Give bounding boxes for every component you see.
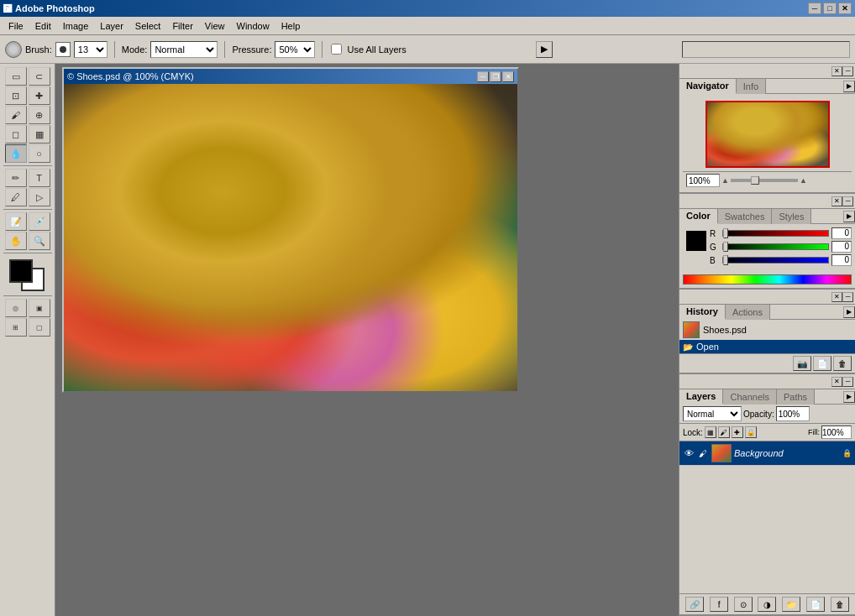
navigator-slider[interactable] xyxy=(731,179,798,182)
color-picker-swatch[interactable] xyxy=(686,231,706,251)
layers-new-btn[interactable]: 📄 xyxy=(806,597,825,612)
b-value[interactable]: 0 xyxy=(831,254,852,266)
tool-gradient[interactable]: ▦ xyxy=(29,125,50,144)
maximize-button[interactable]: □ xyxy=(823,3,837,14)
tool-screen-normal[interactable]: ⊞ xyxy=(5,318,27,337)
navigator-slider-thumb[interactable] xyxy=(751,176,759,185)
color-swatch-area[interactable] xyxy=(9,259,46,293)
tool-heal[interactable]: ✚ xyxy=(29,86,50,105)
tool-hand[interactable]: ✋ xyxy=(5,232,27,250)
r-slider[interactable] xyxy=(722,230,829,237)
tab-actions[interactable]: Actions xyxy=(726,305,770,320)
tab-navigator[interactable]: Navigator xyxy=(679,79,737,94)
navigator-panel-arrow[interactable]: ▶ xyxy=(843,81,855,92)
options-button[interactable]: ▶ xyxy=(536,41,553,58)
color-panel-arrow[interactable]: ▶ xyxy=(843,211,855,222)
menu-filter[interactable]: Filter xyxy=(167,19,197,33)
history-panel-close[interactable]: ✕ xyxy=(831,292,842,302)
color-panel-close[interactable]: ✕ xyxy=(831,196,842,206)
tool-dodge[interactable]: ○ xyxy=(29,144,50,163)
doc-minimize-button[interactable]: ─ xyxy=(477,71,489,82)
layers-mode-select[interactable]: Normal Multiply Screen xyxy=(683,406,742,421)
color-spectrum[interactable] xyxy=(683,274,852,285)
color-panel-minimize[interactable]: ─ xyxy=(842,196,853,206)
history-delete-btn[interactable]: 🗑 xyxy=(833,356,852,371)
tool-marquee[interactable]: ▭ xyxy=(5,67,27,86)
mode-select[interactable]: Normal Multiply Screen xyxy=(150,41,218,58)
doc-restore-button[interactable]: ❐ xyxy=(490,71,501,82)
tool-text[interactable]: T xyxy=(29,169,50,187)
menu-help[interactable]: Help xyxy=(276,19,306,33)
history-snapshot-btn[interactable]: 📷 xyxy=(793,356,811,371)
tab-channels[interactable]: Channels xyxy=(723,389,776,405)
titlebar-controls[interactable]: ─ □ ✕ xyxy=(808,3,852,14)
b-slider-thumb[interactable] xyxy=(723,255,728,265)
close-button[interactable]: ✕ xyxy=(838,3,852,14)
layers-group-btn[interactable]: 📁 xyxy=(782,597,800,612)
tool-screen-full[interactable]: ▢ xyxy=(29,318,50,337)
history-panel-arrow[interactable]: ▶ xyxy=(843,306,855,318)
menu-view[interactable]: View xyxy=(200,19,230,33)
tool-crop[interactable]: ⊡ xyxy=(5,86,27,105)
tool-brush[interactable]: 🖌 xyxy=(5,106,27,124)
tool-zoom[interactable]: 🔍 xyxy=(29,232,50,250)
layers-opacity-input[interactable] xyxy=(776,406,810,421)
menu-window[interactable]: Window xyxy=(232,19,275,33)
g-value[interactable]: 0 xyxy=(831,241,852,253)
brush-preview[interactable] xyxy=(55,42,71,57)
lock-all-icon[interactable]: 🔒 xyxy=(745,426,757,438)
g-slider-thumb[interactable] xyxy=(723,242,728,252)
tool-notes[interactable]: 📝 xyxy=(5,212,27,231)
tool-clone[interactable]: ⊕ xyxy=(29,106,50,124)
fill-input[interactable] xyxy=(821,425,852,439)
layers-link-btn[interactable]: 🔗 xyxy=(685,597,704,612)
tab-info[interactable]: Info xyxy=(737,79,766,94)
minimize-button[interactable]: ─ xyxy=(808,3,821,14)
layers-panel-minimize[interactable]: ─ xyxy=(842,377,853,387)
tab-styles[interactable]: Styles xyxy=(772,209,811,224)
layers-delete-btn[interactable]: 🗑 xyxy=(831,597,849,612)
tool-pen[interactable]: 🖊 xyxy=(5,188,27,206)
layers-panel-close[interactable]: ✕ xyxy=(831,377,842,387)
layers-mask-btn[interactable]: ⊙ xyxy=(734,597,753,612)
menu-edit[interactable]: Edit xyxy=(30,19,56,33)
r-value[interactable]: 0 xyxy=(831,227,852,239)
menu-file[interactable]: File xyxy=(3,19,29,33)
tool-eyedrop[interactable]: 💉 xyxy=(29,212,50,231)
layer-eye-icon[interactable]: 👁 xyxy=(683,447,695,459)
history-new-btn[interactable]: 📄 xyxy=(813,356,831,371)
tool-blur[interactable]: 💧 xyxy=(5,144,27,163)
doc-close-button[interactable]: ✕ xyxy=(502,71,514,82)
brush-size-select[interactable]: 13 xyxy=(74,41,108,58)
history-snapshot-item[interactable]: Shoes.psd xyxy=(679,320,855,340)
lock-position-icon[interactable]: ✚ xyxy=(732,426,743,438)
r-slider-thumb[interactable] xyxy=(723,228,728,238)
g-slider[interactable] xyxy=(722,243,829,250)
navigator-panel-close[interactable]: ✕ xyxy=(831,66,842,76)
pressure-select[interactable]: 50% xyxy=(275,41,315,58)
menu-image[interactable]: Image xyxy=(58,19,94,33)
lock-image-icon[interactable]: 🖌 xyxy=(718,426,730,438)
tool-shape[interactable]: ▷ xyxy=(29,188,50,206)
menu-layer[interactable]: Layer xyxy=(95,19,129,33)
menu-select[interactable]: Select xyxy=(130,19,166,33)
tab-history[interactable]: History xyxy=(679,305,726,320)
layers-panel-arrow[interactable]: ▶ xyxy=(843,391,855,403)
layers-style-btn[interactable]: f xyxy=(710,597,728,612)
tool-standardmode[interactable]: ▣ xyxy=(29,299,50,317)
tool-quickmask[interactable]: ◎ xyxy=(5,299,27,317)
history-open-item[interactable]: 📂 Open xyxy=(679,340,855,353)
tab-layers[interactable]: Layers xyxy=(679,389,723,405)
tab-swatches[interactable]: Swatches xyxy=(718,209,773,224)
foreground-color[interactable] xyxy=(9,259,33,283)
tool-path[interactable]: ✏ xyxy=(5,169,27,187)
tab-color[interactable]: Color xyxy=(679,209,718,224)
navigator-panel-minimize[interactable]: ─ xyxy=(842,66,853,76)
history-panel-minimize[interactable]: ─ xyxy=(842,292,853,302)
use-all-layers-checkbox[interactable] xyxy=(331,44,342,55)
lock-transparent-icon[interactable]: ▦ xyxy=(705,426,716,438)
tab-paths[interactable]: Paths xyxy=(777,389,815,405)
tool-lasso[interactable]: ⊂ xyxy=(29,67,50,86)
b-slider[interactable] xyxy=(722,257,829,264)
layer-item-background[interactable]: 👁 🖌 Background 🔒 xyxy=(679,441,855,466)
